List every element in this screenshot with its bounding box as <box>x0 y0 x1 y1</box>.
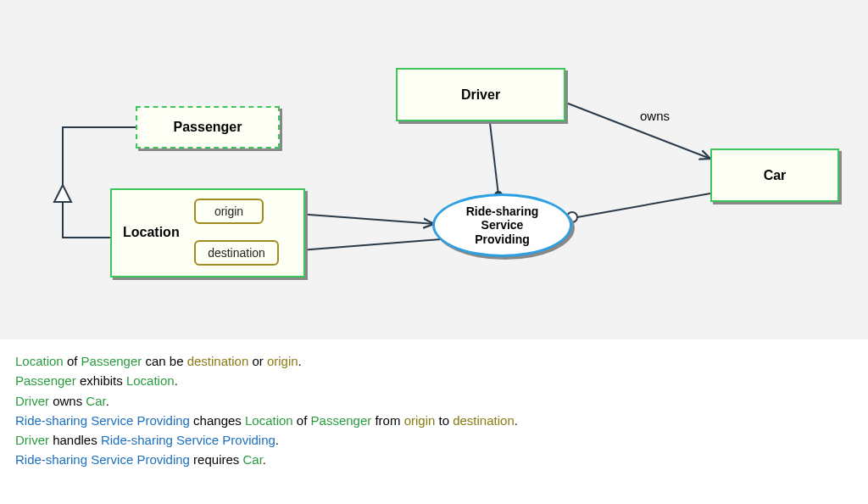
sentence-4: Ride-sharing Service Providing changes L… <box>15 411 853 430</box>
node-passenger: Passenger <box>136 106 280 148</box>
node-driver-label: Driver <box>461 87 500 103</box>
svg-marker-0 <box>54 185 71 202</box>
sentence-1: Location of Passenger can be destination… <box>15 351 853 371</box>
node-location-label: Location <box>123 225 180 240</box>
node-passenger-label: Passenger <box>174 120 242 135</box>
edge-owns-label: owns <box>640 109 670 123</box>
node-origin-label: origin <box>214 204 243 218</box>
node-service: Ride-sharing Service Providing <box>432 193 572 257</box>
diagram-canvas: Passenger Driver Car Location origin des… <box>0 0 868 339</box>
node-service-label: Ride-sharing Service Providing <box>466 204 539 245</box>
node-car-label: Car <box>764 168 787 183</box>
node-destination-label: destination <box>208 246 265 260</box>
node-destination: destination <box>194 240 279 266</box>
sentence-2: Passenger exhibits Location. <box>15 371 853 390</box>
node-driver: Driver <box>396 68 565 121</box>
sentence-5: Driver handles Ride-sharing Service Prov… <box>15 430 853 450</box>
sentence-6: Ride-sharing Service Providing requires … <box>15 450 853 469</box>
node-car: Car <box>710 148 839 202</box>
sentence-list: Location of Passenger can be destination… <box>0 339 868 487</box>
node-origin: origin <box>194 199 264 224</box>
sentence-3: Driver owns Car. <box>15 391 853 411</box>
